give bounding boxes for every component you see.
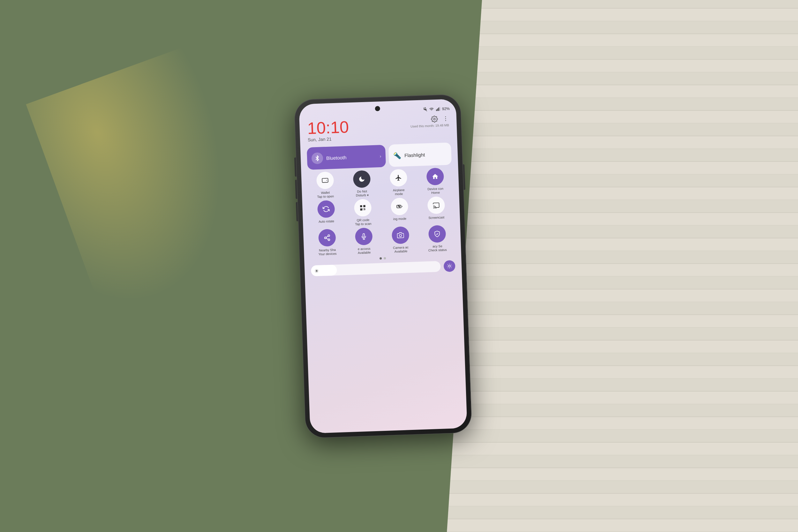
- auto-rotate-tile[interactable]: Auto rotate: [309, 200, 344, 228]
- svg-line-24: [451, 264, 451, 264]
- brightness-slider[interactable]: ☀: [311, 261, 441, 276]
- privacy-tile[interactable]: acy SeCheck status: [420, 225, 455, 253]
- privacy-label: acy SeCheck status: [428, 244, 447, 252]
- home-icon: [431, 173, 439, 180]
- wallet-icon-circle: [316, 171, 334, 189]
- rotate-icon: [322, 205, 330, 212]
- svg-rect-8: [322, 178, 328, 182]
- device-controls-tile[interactable]: Device conHome: [418, 167, 453, 195]
- bluetooth-arrow: ›: [380, 153, 381, 158]
- time-rest: 0:10: [316, 117, 349, 137]
- header-icons: Used this month: 19.48 MB: [410, 115, 449, 128]
- device-controls-label: Device conHome: [428, 187, 443, 195]
- charging-mode-tile[interactable]: ing mode: [382, 197, 417, 225]
- svg-rect-3: [439, 107, 440, 111]
- svg-point-16: [449, 265, 450, 267]
- nearby-share-icon-circle: [318, 229, 336, 247]
- quick-settings-panel: 10:10 Sun, Jan 21: [299, 99, 467, 433]
- screencast-label: Screencast: [429, 215, 444, 220]
- wallet-icon: [321, 176, 329, 184]
- camera-icon-circle: [391, 226, 409, 244]
- qr-icon: [359, 204, 366, 211]
- auto-brightness-icon: [446, 263, 453, 269]
- camera-access-label: Camera acAvailable: [393, 245, 409, 254]
- background-wood: [447, 0, 798, 532]
- bluetooth-icon-circle: [311, 152, 323, 164]
- svg-point-7: [445, 120, 446, 121]
- dot-2: [384, 257, 386, 259]
- dnd-icon-circle: [353, 170, 370, 188]
- light-ray: [26, 39, 293, 344]
- dnd-tile[interactable]: Do NotDisturb ▾: [344, 170, 380, 198]
- airplane-icon-circle: [390, 169, 407, 187]
- auto-rotate-label: Auto rotate: [319, 219, 334, 224]
- flashlight-tile[interactable]: 🔦 Flashlight: [388, 142, 452, 167]
- privacy-icon-circle: [428, 225, 446, 243]
- shield-icon: [434, 230, 441, 238]
- status-icons: 92%: [423, 106, 450, 112]
- screencast-icon: [433, 202, 440, 209]
- charging-icon-circle: [391, 197, 408, 215]
- airplane-label: Airplanemode: [393, 188, 405, 196]
- tile-row-top: Bluetooth › 🔦 Flashlight: [307, 142, 452, 170]
- screencast-tile[interactable]: Screencast: [419, 196, 454, 224]
- svg-point-11: [324, 237, 326, 239]
- time-display: 10:10 Sun, Jan 21: [307, 118, 349, 142]
- svg-line-20: [451, 267, 451, 268]
- time-value: 10:10: [307, 118, 349, 137]
- svg-line-14: [326, 236, 328, 237]
- svg-point-12: [328, 239, 330, 241]
- screencast-icon-circle: [427, 196, 445, 214]
- brightness-fill: ☀: [311, 265, 337, 277]
- icon-grid-row2: Auto rotate QR codeTap to scan: [309, 196, 454, 228]
- brightness-sun-icon: ☀: [314, 267, 319, 273]
- phone-frame: 92% 10:10 Sun, Jan 21: [294, 94, 472, 438]
- camera-icon: [397, 231, 404, 239]
- qr-code-tile[interactable]: QR codeTap to scan: [345, 198, 380, 227]
- svg-rect-2: [438, 107, 439, 111]
- share-icon: [323, 234, 331, 241]
- mic-access-label: e accessAvailable: [358, 247, 370, 255]
- battery-charging-icon: [396, 203, 403, 210]
- wifi-icon: [429, 107, 434, 111]
- bluetooth-tile[interactable]: Bluetooth ›: [307, 145, 386, 170]
- brightness-row: ☀: [311, 260, 456, 277]
- camera-access-tile[interactable]: Camera acAvailable: [383, 226, 418, 254]
- device-controls-icon-circle: [426, 168, 444, 185]
- phone-wrapper: 92% 10:10 Sun, Jan 21: [294, 94, 472, 438]
- mute-icon: [423, 107, 428, 111]
- bluetooth-icon: [315, 155, 321, 161]
- camera-notch: [375, 106, 380, 111]
- phone-screen: 92% 10:10 Sun, Jan 21: [299, 99, 467, 433]
- time-red-digit: 1: [307, 119, 317, 137]
- signal-icon: [436, 107, 440, 111]
- svg-line-13: [326, 238, 328, 239]
- nearby-share-tile[interactable]: Nearby ShaYour devices: [310, 228, 345, 256]
- icon-grid-row1: WalletTap to open Do NotDisturb ▾: [308, 167, 453, 199]
- svg-point-10: [328, 234, 330, 236]
- mic-icon: [360, 233, 367, 240]
- airplane-icon: [395, 174, 402, 181]
- flashlight-icon: 🔦: [393, 151, 402, 159]
- usage-text: Used this month: 19.48 MB: [411, 123, 449, 128]
- svg-line-23: [448, 267, 448, 268]
- mic-icon-circle: [355, 228, 373, 245]
- qr-code-label: QR codeTap to scan: [355, 218, 372, 226]
- airplane-tile[interactable]: Airplanemode: [381, 169, 416, 196]
- brightness-auto-button[interactable]: [444, 260, 456, 272]
- charging-label: ing mode: [393, 217, 407, 221]
- settings-icon[interactable]: [431, 115, 438, 122]
- more-options-icon[interactable]: [442, 115, 449, 122]
- mic-access-tile[interactable]: e accessAvailable: [346, 227, 381, 255]
- dot-1: [380, 257, 382, 260]
- nearby-share-label: Nearby ShaYour devices: [318, 248, 337, 256]
- wallet-label: WalletTap to open: [317, 191, 334, 199]
- flashlight-label: Flashlight: [404, 152, 425, 158]
- svg-point-6: [445, 118, 446, 119]
- svg-rect-1: [437, 108, 438, 111]
- wallet-tile[interactable]: WalletTap to open: [308, 171, 343, 199]
- svg-rect-0: [436, 109, 437, 111]
- svg-point-5: [445, 116, 446, 117]
- moon-icon: [358, 175, 365, 183]
- icon-grid-row3: Nearby ShaYour devices e accessAvailable: [310, 225, 455, 256]
